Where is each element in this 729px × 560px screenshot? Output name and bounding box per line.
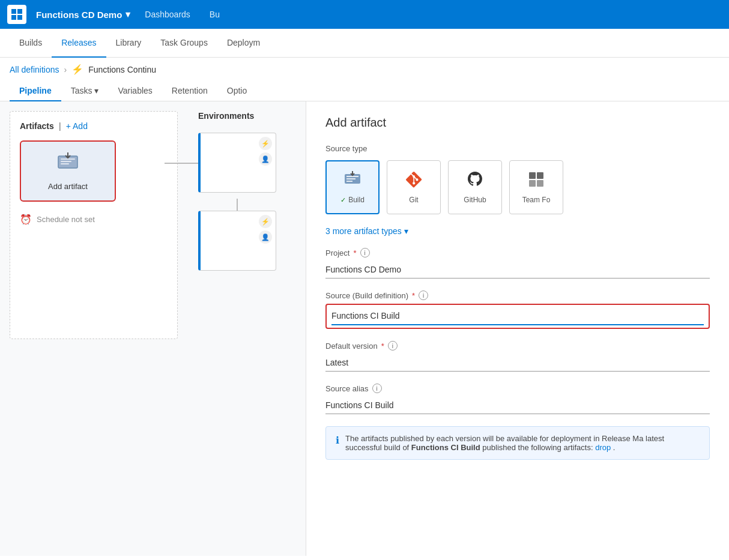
git-icon [405,170,423,192]
app-logo [7,5,26,24]
info-drop-link[interactable]: drop [595,443,611,452]
schedule-icon: ⏰ [20,214,32,225]
panel-title: Add artifact [325,116,710,130]
env-stage-2[interactable]: ⚡ 👤 [198,211,276,271]
project-field-group: Project * i [325,248,710,278]
nav-deployments[interactable]: Deploym [217,29,270,58]
info-box: ℹ The artifacts published by each versio… [325,426,710,460]
source-alias-group: Source alias i [325,384,710,414]
nav-library[interactable]: Library [106,29,151,58]
svg-rect-3 [17,15,22,20]
source-type-build[interactable]: ✓ Build [325,160,380,214]
git-label: Git [409,196,418,204]
build-label: Build [348,196,364,204]
environments-header: Environments [198,111,294,121]
builds-link[interactable]: Bu [205,10,225,19]
pipeline-icon: ⚡ [71,64,83,75]
source-required: * [412,291,415,300]
info-box-icon: ℹ [336,435,339,452]
more-types-link[interactable]: 3 more artifact types ▾ [325,226,710,236]
source-type-row: ✓ Build Git [325,160,710,214]
env-stage-1-lightning[interactable]: ⚡ [259,137,272,150]
github-label: GitHub [464,196,486,204]
breadcrumb-current: Functions Continu [88,65,156,74]
source-alias-info-icon[interactable]: i [372,384,382,393]
project-name-text: Functions CD Demo [36,10,122,20]
top-nav: Functions CD Demo ▾ Dashboards Bu [0,0,729,29]
artifacts-header: Artifacts | + Add [20,121,168,131]
source-type-group: Source type ✓ [325,144,710,214]
tab-options[interactable]: Optio [217,81,256,101]
project-required: * [353,248,356,257]
default-version-group: Default version * i [325,341,710,372]
project-label: Project * i [325,248,710,257]
default-version-input[interactable] [325,354,710,372]
teamfo-icon [527,170,545,192]
tab-pipeline[interactable]: Pipeline [10,81,61,101]
nav-task-groups[interactable]: Task Groups [151,29,217,58]
nav-builds[interactable]: Builds [10,29,52,58]
source-input[interactable] [331,307,704,325]
env-stage-1[interactable]: ⚡ 👤 [198,133,276,193]
svg-rect-2 [11,15,16,20]
artifacts-title: Artifacts [20,121,54,131]
breadcrumb-sep: › [64,65,67,74]
build-icon [343,170,361,192]
source-alias-input[interactable] [325,397,710,414]
svg-rect-14 [529,180,536,187]
source-type-github[interactable]: GitHub [448,160,502,214]
sub-nav: Builds Releases Library Task Groups Depl… [0,29,729,58]
more-types-text: 3 more artifact types [325,226,402,236]
default-version-info-icon[interactable]: i [388,341,398,351]
tab-retention[interactable]: Retention [162,81,217,101]
artifacts-sep: | [59,121,61,131]
project-chevron: ▾ [126,9,130,20]
svg-rect-6 [61,161,71,162]
info-box-text: The artifacts published by each version … [345,434,700,452]
schedule-label: Schedule not set [37,215,95,224]
source-type-label: Source type [325,144,710,153]
source-alias-label: Source alias i [325,384,710,393]
tab-variables[interactable]: Variables [108,81,162,101]
artifact-card-label: Add artifact [48,182,88,191]
dashboards-link[interactable]: Dashboards [140,10,195,19]
source-info-icon[interactable]: i [419,291,428,300]
source-type-git[interactable]: Git [387,160,441,214]
pipeline-tabs: Pipeline Tasks ▾ Variables Retention Opt… [0,81,729,101]
artifact-card[interactable]: Add artifact [20,140,116,202]
nav-releases[interactable]: Releases [52,29,106,58]
main-layout: Artifacts | + Add Add artifact [0,101,729,556]
svg-rect-10 [346,178,355,179]
artifact-card-icon [57,151,79,177]
more-types-chevron: ▾ [404,226,408,236]
project-input[interactable] [325,261,710,278]
right-panel: Add artifact Source type [306,101,729,556]
svg-rect-12 [529,172,536,179]
build-check: ✓ [340,196,346,204]
source-type-teamfo[interactable]: Team Fo [509,160,563,214]
add-artifact-btn[interactable]: + Add [66,121,88,131]
env-stage-1-person[interactable]: 👤 [259,152,272,166]
svg-rect-7 [61,163,69,164]
env-stage-1-icons: ⚡ 👤 [259,137,272,166]
tab-tasks[interactable]: Tasks ▾ [61,81,109,101]
teamfo-label: Team Fo [522,196,551,204]
env-stage-2-person[interactable]: 👤 [259,230,272,244]
env-stage-2-lightning[interactable]: ⚡ [259,215,272,228]
artifacts-box: Artifacts | + Add Add artifact [10,111,178,339]
build-label-row: ✓ Build [340,196,364,204]
source-label: Source (Build definition) * i [325,291,710,300]
environments-box: Environments ⚡ 👤 [198,111,294,271]
project-info-icon[interactable]: i [360,248,370,257]
svg-rect-11 [346,181,352,182]
svg-rect-15 [537,180,543,187]
source-field-group: Source (Build definition) * i [325,291,710,329]
project-name[interactable]: Functions CD Demo ▾ [36,9,130,20]
env-stage-2-icons: ⚡ 👤 [259,215,272,244]
tasks-chevron: ▾ [94,86,98,95]
svg-rect-1 [17,9,22,14]
svg-rect-0 [11,9,16,14]
source-field-highlight [325,304,710,329]
svg-rect-13 [537,172,543,179]
breadcrumb-all-defs[interactable]: All definitions [10,65,59,74]
